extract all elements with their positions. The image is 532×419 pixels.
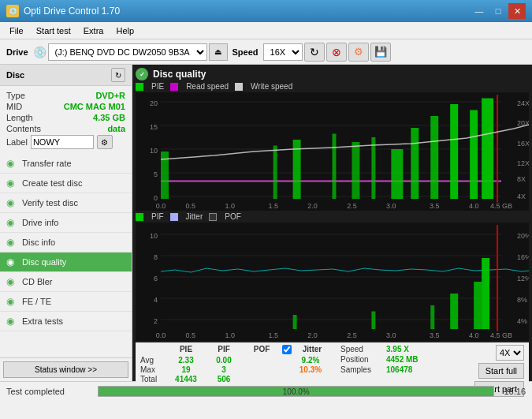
svg-text:1.0: 1.0 — [225, 202, 236, 210]
svg-rect-38 — [470, 110, 478, 200]
status-window-button[interactable]: Status window >> — [3, 361, 128, 378]
label-row: Label ⚙ — [6, 135, 125, 149]
nav-cd-bler[interactable]: ◉ CD Bler — [0, 272, 132, 292]
disc-quality-icon: ◉ — [6, 256, 14, 267]
svg-text:2: 2 — [154, 317, 158, 325]
panel-header: ✓ Disc quality — [136, 68, 529, 80]
drive-info-icon: ◉ — [6, 217, 14, 228]
erase-button[interactable]: ⊗ — [326, 43, 347, 62]
svg-rect-29 — [273, 146, 277, 200]
jitter-legend-label: Jitter — [186, 212, 203, 221]
svg-rect-41 — [136, 223, 529, 341]
pif-total: 506 — [206, 375, 241, 383]
svg-rect-69 — [430, 305, 434, 329]
svg-text:3.5: 3.5 — [430, 331, 440, 339]
legend: PIE Read speed Write speed — [136, 82, 529, 91]
pof-avg — [244, 356, 279, 365]
disc-refresh-button[interactable]: ↻ — [111, 68, 125, 82]
eject-button[interactable]: ⏏ — [209, 43, 228, 61]
pif-legend-label: PIF — [151, 212, 164, 221]
nav-extra-tests[interactable]: ◉ Extra tests — [0, 312, 132, 331]
title-bar: 💿 Opti Drive Control 1.70 — □ ✕ — [0, 0, 532, 22]
svg-text:8: 8 — [154, 253, 158, 261]
quality-speed-select[interactable]: 4X — [496, 345, 524, 361]
svg-text:0.0: 0.0 — [156, 202, 166, 210]
svg-text:5: 5 — [154, 170, 158, 178]
refresh-button[interactable]: ↻ — [304, 43, 325, 62]
read-speed-legend-color — [170, 83, 178, 91]
drive-select[interactable]: (J:) BENQ DVD DC DW2050 9B3A — [48, 43, 207, 61]
create-disc-icon: ◉ — [6, 178, 14, 189]
pie-col-header: PIE — [169, 345, 203, 354]
chart1-container: 20 15 10 5 0 24X 20X 16X 12X 8X 4X 0.0 0… — [136, 92, 529, 211]
progress-text: 100.0% — [99, 387, 493, 398]
jitter-checkbox[interactable] — [282, 345, 292, 354]
disc-title: Disc — [6, 70, 24, 80]
max-label: Max — [140, 365, 166, 374]
speed-select[interactable]: 16X — [263, 43, 303, 61]
nav-transfer-rate[interactable]: ◉ Transfer rate — [0, 154, 132, 174]
svg-text:1.0: 1.0 — [225, 331, 236, 339]
minimize-button[interactable]: — — [471, 3, 488, 19]
svg-text:2.0: 2.0 — [307, 202, 318, 210]
samples-stat-value: 106478 — [386, 365, 426, 374]
pie-max: 19 — [169, 365, 203, 374]
svg-rect-67 — [293, 315, 297, 329]
chart2-container: 10 8 6 4 2 20% 16% 12% 8% 4% 0.0 0.5 1.0… — [136, 223, 529, 341]
start-full-button[interactable]: Start full — [478, 363, 524, 379]
jitter-max: 10.3% — [293, 365, 328, 374]
menu-start-test[interactable]: Start test — [30, 24, 77, 37]
avg-label: Avg — [140, 356, 166, 365]
svg-text:6: 6 — [154, 275, 158, 282]
svg-rect-71 — [474, 282, 482, 329]
label-settings-button[interactable]: ⚙ — [97, 135, 113, 149]
pif-col-header: PIF — [206, 345, 241, 354]
chart2-svg: 10 8 6 4 2 20% 16% 12% 8% 4% 0.0 0.5 1.0… — [136, 223, 529, 341]
nav-create-test-disc[interactable]: ◉ Create test disc — [0, 174, 132, 193]
pie-avg: 2.33 — [169, 356, 203, 365]
save-button[interactable]: 💾 — [370, 43, 391, 62]
settings-button[interactable]: ⚙ — [348, 43, 369, 62]
speed-stat-value: 3.95 X — [386, 345, 426, 354]
svg-text:0: 0 — [154, 194, 158, 202]
menu-file[interactable]: File — [3, 24, 30, 37]
time-text: 16:16 — [497, 387, 532, 396]
nav-items: ◉ Transfer rate ◉ Create test disc ◉ Ver… — [0, 154, 132, 331]
pif-max: 3 — [206, 365, 241, 374]
progress-bar-container: 100.0% — [98, 386, 494, 397]
quality-icon: ✓ — [136, 68, 148, 80]
mid-row: MID CMC MAG M01 — [6, 102, 125, 111]
type-row: Type DVD+R — [6, 91, 125, 100]
position-stat-label: Position — [340, 355, 381, 364]
app-title: Opti Drive Control 1.70 — [24, 6, 120, 17]
contents-row: Contents data — [6, 124, 125, 133]
svg-text:2.0: 2.0 — [307, 331, 318, 339]
nav-verify-test-disc[interactable]: ◉ Verify test disc — [0, 193, 132, 213]
pie-legend-color — [136, 83, 143, 91]
maximize-button[interactable]: □ — [489, 3, 507, 19]
svg-rect-33 — [371, 137, 375, 199]
close-button[interactable]: ✕ — [508, 3, 526, 19]
jitter-legend-color — [170, 213, 178, 221]
pof-total — [244, 375, 279, 383]
menu-help[interactable]: Help — [110, 24, 140, 37]
svg-rect-70 — [450, 294, 458, 329]
jitter-col-header: Jitter — [295, 345, 329, 354]
disc-info: Type DVD+R MID CMC MAG M01 Length 4.35 G… — [0, 86, 132, 154]
disc-info-icon: ◉ — [6, 237, 14, 248]
svg-text:4.0: 4.0 — [469, 202, 479, 210]
transfer-rate-icon: ◉ — [6, 158, 14, 169]
svg-text:4%: 4% — [517, 317, 527, 325]
svg-text:16%: 16% — [517, 253, 529, 261]
app-icon: 💿 — [6, 5, 19, 17]
right-panel: ✓ Disc quality PIE Read speed Write spee… — [132, 65, 532, 381]
nav-disc-quality[interactable]: ◉ Disc quality — [0, 253, 132, 272]
nav-disc-info[interactable]: ◉ Disc info — [0, 233, 132, 253]
position-stat-value: 4452 MB — [386, 355, 426, 364]
menu-extra[interactable]: Extra — [77, 24, 110, 37]
window-controls: — □ ✕ — [471, 3, 526, 19]
nav-drive-info[interactable]: ◉ Drive info — [0, 213, 132, 233]
left-panel: Disc ↻ Type DVD+R MID CMC MAG M01 Length… — [0, 65, 132, 381]
disc-label-input[interactable] — [31, 135, 94, 149]
nav-fe-te[interactable]: ◉ FE / TE — [0, 292, 132, 312]
